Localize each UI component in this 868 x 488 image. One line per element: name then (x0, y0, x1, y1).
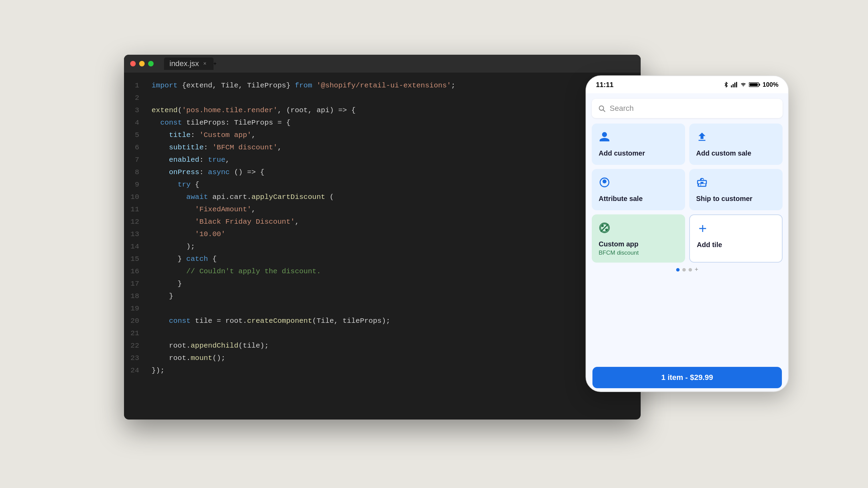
svg-rect-2 (734, 83, 735, 87)
wifi-icon (740, 82, 747, 87)
tile-custom-app[interactable]: Custom app BFCM discount (592, 214, 685, 263)
line-number: 17 (130, 278, 139, 290)
vscode-tab-index[interactable]: index.jsx × (164, 57, 214, 70)
tile-add-tile[interactable]: Add tile (689, 214, 783, 263)
vscode-titlebar: index.jsx × + (124, 55, 641, 73)
search-bar[interactable]: Search (592, 99, 783, 118)
line-number: 10 (130, 191, 139, 203)
traffic-light-red[interactable] (130, 61, 136, 66)
code-line: await api.cart.applyCartDiscount ( (152, 191, 634, 203)
code-line: // Couldn't apply the discount. (152, 265, 634, 278)
code-content: import {extend, Tile, TileProps} from '@… (145, 79, 641, 377)
tile-sublabel-custom-app: BFCM discount (599, 250, 639, 256)
vscode-window: index.jsx × + 12345678910111213141516171… (124, 55, 641, 420)
line-number: 6 (130, 141, 139, 154)
tab-close-button[interactable]: × (202, 61, 208, 67)
code-line: } (152, 278, 634, 290)
tab-add-button[interactable]: + (214, 61, 217, 67)
traffic-light-green[interactable] (148, 61, 154, 66)
battery-icon (749, 82, 761, 87)
phone-mockup: 11:11 (586, 75, 789, 392)
dot-2 (682, 268, 686, 272)
svg-line-8 (603, 110, 605, 112)
checkout-button[interactable]: 1 item - $29.99 (592, 367, 782, 388)
code-line: 'FixedAmount', (152, 203, 634, 216)
phone-time: 11:11 (596, 81, 613, 89)
search-placeholder: Search (610, 104, 634, 113)
code-line (152, 303, 634, 315)
code-line: root.mount(); (152, 352, 634, 364)
svg-rect-3 (736, 82, 737, 87)
tile-attribute-sale[interactable]: Attribute sale (592, 169, 685, 210)
bluetooth-icon (723, 82, 729, 87)
tile-label-attribute-sale: Attribute sale (599, 195, 643, 203)
code-line: root.appendChild(tile); (152, 340, 634, 352)
svg-rect-5 (759, 84, 760, 86)
code-line (152, 92, 634, 104)
line-numbers: 123456789101112131415161718192021222324 (124, 79, 145, 377)
code-line: const tile = root.createComponent(Tile, … (152, 315, 634, 327)
dot-1 (676, 268, 680, 272)
tile-icon-custom-app (599, 222, 610, 236)
code-line: ); (152, 241, 634, 253)
vscode-tabs: index.jsx × + (164, 57, 217, 70)
line-number: 22 (130, 340, 139, 352)
phone-bottom-bar: 1 item - $29.99 (586, 364, 788, 391)
line-number: 11 (130, 203, 139, 216)
tiles-grid: Add customer Add custom sale (592, 124, 783, 263)
tile-label-custom-app: Custom app (599, 240, 639, 248)
line-number: 19 (130, 303, 139, 315)
line-number: 9 (130, 179, 139, 191)
line-number: 12 (130, 216, 139, 228)
signal-icon (731, 82, 738, 87)
tile-icon-ship-to-customer (696, 177, 708, 191)
code-line: }); (152, 364, 634, 377)
tab-filename: index.jsx (169, 59, 199, 68)
line-number: 23 (130, 352, 139, 364)
line-number: 16 (130, 265, 139, 278)
dot-plus: + (695, 266, 699, 273)
tile-icon-add-customer (599, 131, 610, 145)
code-line: enabled: true, (152, 154, 634, 166)
line-number: 21 (130, 327, 139, 340)
tile-add-customer[interactable]: Add customer (592, 124, 685, 165)
line-number: 1 (130, 79, 139, 92)
tile-ship-to-customer[interactable]: Ship to customer (689, 169, 783, 210)
line-number: 8 (130, 166, 139, 179)
line-number: 3 (130, 104, 139, 117)
code-line: subtitle: 'BFCM discount', (152, 141, 634, 154)
phone-status-bar: 11:11 (586, 76, 788, 93)
search-icon (598, 105, 606, 112)
code-line: } catch { (152, 253, 634, 265)
code-line: } (152, 290, 634, 303)
traffic-light-yellow[interactable] (139, 61, 145, 66)
tile-icon-add-tile (697, 223, 709, 237)
vscode-editor: 123456789101112131415161718192021222324 … (124, 73, 641, 384)
line-number: 15 (130, 253, 139, 265)
tile-icon-attribute-sale (599, 177, 610, 191)
code-line: '10.00' (152, 228, 634, 241)
svg-rect-1 (733, 84, 734, 87)
phone-content: Search Add customer (586, 93, 788, 364)
tile-label-add-tile: Add tile (697, 241, 722, 249)
line-number: 20 (130, 315, 139, 327)
code-line: title: 'Custom app', (152, 129, 634, 141)
status-right: 100% (723, 81, 778, 88)
battery-percent: 100% (763, 81, 778, 88)
line-number: 7 (130, 154, 139, 166)
line-number: 24 (130, 364, 139, 377)
line-number: 5 (130, 129, 139, 141)
code-line: import {extend, Tile, TileProps} from '@… (152, 79, 634, 92)
line-number: 13 (130, 228, 139, 241)
line-number: 4 (130, 117, 139, 129)
tile-label-ship-to-customer: Ship to customer (696, 195, 752, 203)
tile-icon-add-custom-sale (696, 131, 708, 145)
tile-add-custom-sale[interactable]: Add custom sale (689, 124, 783, 165)
tile-label-add-custom-sale: Add custom sale (696, 149, 751, 157)
code-line: try { (152, 179, 634, 191)
pagination-dots: + (592, 263, 783, 275)
line-number: 14 (130, 241, 139, 253)
code-line: extend('pos.home.tile.render', (root, ap… (152, 104, 634, 117)
code-line (152, 327, 634, 340)
line-number: 18 (130, 290, 139, 303)
